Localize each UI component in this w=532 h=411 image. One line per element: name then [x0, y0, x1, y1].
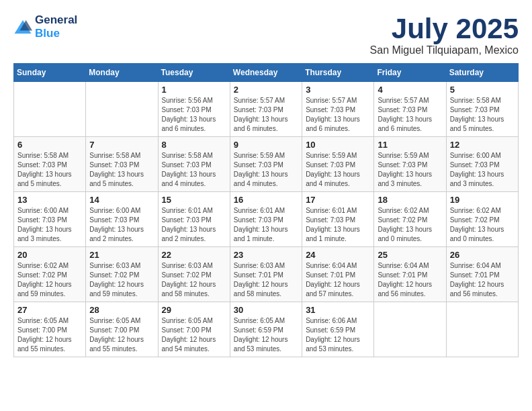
day-info: Sunrise: 6:05 AM Sunset: 7:00 PM Dayligh…	[162, 316, 226, 354]
day-info: Sunrise: 6:05 AM Sunset: 7:00 PM Dayligh…	[17, 316, 82, 354]
calendar-cell: 27Sunrise: 6:05 AM Sunset: 7:00 PM Dayli…	[14, 302, 86, 357]
day-info: Sunrise: 6:01 AM Sunset: 7:03 PM Dayligh…	[234, 206, 298, 244]
day-number: 29	[162, 305, 226, 315]
day-number: 13	[17, 195, 82, 205]
calendar-cell: 26Sunrise: 6:04 AM Sunset: 7:01 PM Dayli…	[446, 247, 518, 302]
day-number: 1	[162, 85, 226, 95]
day-number: 6	[17, 140, 82, 150]
day-info: Sunrise: 6:05 AM Sunset: 6:59 PM Dayligh…	[234, 316, 298, 354]
day-info: Sunrise: 6:04 AM Sunset: 7:01 PM Dayligh…	[306, 261, 370, 299]
day-number: 17	[306, 195, 370, 205]
day-info: Sunrise: 6:06 AM Sunset: 6:59 PM Dayligh…	[306, 316, 370, 354]
logo: General Blue	[13, 13, 77, 40]
day-info: Sunrise: 5:58 AM Sunset: 7:03 PM Dayligh…	[450, 96, 515, 134]
day-number: 2	[234, 85, 298, 95]
location: San Miguel Tilquiapam, Mexico	[370, 44, 519, 56]
day-number: 14	[89, 195, 154, 205]
day-number: 18	[378, 195, 442, 205]
page-header: General Blue July 2025 San Miguel Tilqui…	[13, 13, 519, 56]
calendar-cell: 21Sunrise: 6:03 AM Sunset: 7:02 PM Dayli…	[86, 247, 158, 302]
day-info: Sunrise: 5:56 AM Sunset: 7:03 PM Dayligh…	[162, 96, 226, 134]
calendar-cell: 9Sunrise: 5:59 AM Sunset: 7:03 PM Daylig…	[230, 137, 302, 192]
day-number: 26	[450, 250, 515, 260]
calendar-cell: 2Sunrise: 5:57 AM Sunset: 7:03 PM Daylig…	[230, 82, 302, 137]
day-number: 24	[306, 250, 370, 260]
calendar-cell: 15Sunrise: 6:01 AM Sunset: 7:03 PM Dayli…	[158, 192, 230, 247]
weekday-header-monday: Monday	[86, 64, 158, 82]
day-info: Sunrise: 6:05 AM Sunset: 7:00 PM Dayligh…	[89, 316, 154, 354]
calendar-cell: 14Sunrise: 6:00 AM Sunset: 7:03 PM Dayli…	[86, 192, 158, 247]
day-info: Sunrise: 6:02 AM Sunset: 7:02 PM Dayligh…	[378, 206, 442, 244]
day-info: Sunrise: 6:03 AM Sunset: 7:02 PM Dayligh…	[89, 261, 154, 299]
day-info: Sunrise: 6:03 AM Sunset: 7:01 PM Dayligh…	[234, 261, 298, 299]
day-info: Sunrise: 6:02 AM Sunset: 7:02 PM Dayligh…	[450, 206, 515, 244]
day-number: 9	[234, 140, 298, 150]
calendar-cell: 31Sunrise: 6:06 AM Sunset: 6:59 PM Dayli…	[302, 302, 374, 357]
calendar-week-2: 6Sunrise: 5:58 AM Sunset: 7:03 PM Daylig…	[14, 137, 519, 192]
day-number: 20	[17, 250, 82, 260]
calendar-cell: 7Sunrise: 5:58 AM Sunset: 7:03 PM Daylig…	[86, 137, 158, 192]
day-number: 25	[378, 250, 442, 260]
day-number: 3	[306, 85, 370, 95]
day-number: 5	[450, 85, 515, 95]
calendar-week-5: 27Sunrise: 6:05 AM Sunset: 7:00 PM Dayli…	[14, 302, 519, 357]
day-number: 15	[162, 195, 226, 205]
day-info: Sunrise: 6:00 AM Sunset: 7:03 PM Dayligh…	[89, 206, 154, 244]
day-number: 11	[378, 140, 442, 150]
calendar-cell: 5Sunrise: 5:58 AM Sunset: 7:03 PM Daylig…	[446, 82, 518, 137]
logo-icon	[13, 19, 32, 35]
calendar-cell: 18Sunrise: 6:02 AM Sunset: 7:02 PM Dayli…	[374, 192, 446, 247]
day-number: 23	[234, 250, 298, 260]
day-number: 31	[306, 305, 370, 315]
calendar-cell: 8Sunrise: 5:58 AM Sunset: 7:03 PM Daylig…	[158, 137, 230, 192]
calendar-cell: 29Sunrise: 6:05 AM Sunset: 7:00 PM Dayli…	[158, 302, 230, 357]
calendar-cell: 3Sunrise: 5:57 AM Sunset: 7:03 PM Daylig…	[302, 82, 374, 137]
weekday-header-friday: Friday	[374, 64, 446, 82]
day-number: 21	[89, 250, 154, 260]
calendar-cell: 19Sunrise: 6:02 AM Sunset: 7:02 PM Dayli…	[446, 192, 518, 247]
day-info: Sunrise: 5:58 AM Sunset: 7:03 PM Dayligh…	[162, 151, 226, 189]
calendar-cell: 24Sunrise: 6:04 AM Sunset: 7:01 PM Dayli…	[302, 247, 374, 302]
calendar-cell: 22Sunrise: 6:03 AM Sunset: 7:02 PM Dayli…	[158, 247, 230, 302]
calendar-cell: 25Sunrise: 6:04 AM Sunset: 7:01 PM Dayli…	[374, 247, 446, 302]
calendar-cell: 1Sunrise: 5:56 AM Sunset: 7:03 PM Daylig…	[158, 82, 230, 137]
weekday-header-saturday: Saturday	[446, 64, 518, 82]
day-number: 8	[162, 140, 226, 150]
calendar-cell: 12Sunrise: 6:00 AM Sunset: 7:03 PM Dayli…	[446, 137, 518, 192]
day-info: Sunrise: 5:58 AM Sunset: 7:03 PM Dayligh…	[17, 151, 82, 189]
calendar-cell	[374, 302, 446, 357]
weekday-header-wednesday: Wednesday	[230, 64, 302, 82]
calendar-cell: 28Sunrise: 6:05 AM Sunset: 7:00 PM Dayli…	[86, 302, 158, 357]
day-number: 4	[378, 85, 442, 95]
day-info: Sunrise: 5:57 AM Sunset: 7:03 PM Dayligh…	[378, 96, 442, 134]
calendar-week-4: 20Sunrise: 6:02 AM Sunset: 7:02 PM Dayli…	[14, 247, 519, 302]
calendar-cell: 16Sunrise: 6:01 AM Sunset: 7:03 PM Dayli…	[230, 192, 302, 247]
day-info: Sunrise: 6:04 AM Sunset: 7:01 PM Dayligh…	[378, 261, 442, 299]
calendar-table: SundayMondayTuesdayWednesdayThursdayFrid…	[13, 63, 519, 357]
calendar-cell: 23Sunrise: 6:03 AM Sunset: 7:01 PM Dayli…	[230, 247, 302, 302]
day-number: 30	[234, 305, 298, 315]
weekday-header-tuesday: Tuesday	[158, 64, 230, 82]
day-number: 12	[450, 140, 515, 150]
day-number: 19	[450, 195, 515, 205]
logo-text: General Blue	[35, 13, 77, 40]
day-number: 7	[89, 140, 154, 150]
day-info: Sunrise: 5:58 AM Sunset: 7:03 PM Dayligh…	[89, 151, 154, 189]
title-block: July 2025 San Miguel Tilquiapam, Mexico	[370, 13, 519, 56]
day-info: Sunrise: 5:59 AM Sunset: 7:03 PM Dayligh…	[234, 151, 298, 189]
day-info: Sunrise: 5:57 AM Sunset: 7:03 PM Dayligh…	[234, 96, 298, 134]
day-info: Sunrise: 5:57 AM Sunset: 7:03 PM Dayligh…	[306, 96, 370, 134]
day-number: 27	[17, 305, 82, 315]
day-info: Sunrise: 6:01 AM Sunset: 7:03 PM Dayligh…	[162, 206, 226, 244]
day-info: Sunrise: 6:03 AM Sunset: 7:02 PM Dayligh…	[162, 261, 226, 299]
day-info: Sunrise: 6:01 AM Sunset: 7:03 PM Dayligh…	[306, 206, 370, 244]
month-title: July 2025	[370, 13, 519, 44]
calendar-cell: 10Sunrise: 5:59 AM Sunset: 7:03 PM Dayli…	[302, 137, 374, 192]
calendar-cell: 6Sunrise: 5:58 AM Sunset: 7:03 PM Daylig…	[14, 137, 86, 192]
calendar-week-1: 1Sunrise: 5:56 AM Sunset: 7:03 PM Daylig…	[14, 82, 519, 137]
day-number: 28	[89, 305, 154, 315]
day-number: 10	[306, 140, 370, 150]
calendar-cell: 11Sunrise: 5:59 AM Sunset: 7:03 PM Dayli…	[374, 137, 446, 192]
day-info: Sunrise: 5:59 AM Sunset: 7:03 PM Dayligh…	[306, 151, 370, 189]
day-info: Sunrise: 5:59 AM Sunset: 7:03 PM Dayligh…	[378, 151, 442, 189]
